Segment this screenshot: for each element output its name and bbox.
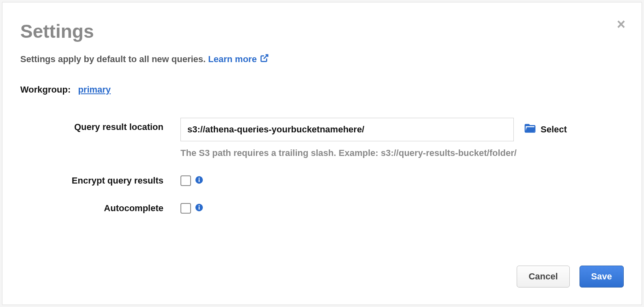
modal-footer: Cancel Save xyxy=(517,266,624,288)
svg-point-3 xyxy=(199,177,200,179)
modal-subtitle: Settings apply by default to all new que… xyxy=(20,54,624,65)
encrypt-checkbox[interactable] xyxy=(180,175,191,186)
query-result-location-label: Query result location xyxy=(20,118,180,132)
svg-rect-5 xyxy=(199,207,200,210)
close-button[interactable]: × xyxy=(617,17,625,32)
query-result-location-controls: Select The S3 path requires a trailing s… xyxy=(180,118,624,158)
svg-point-6 xyxy=(199,205,200,206)
workgroup-label: Workgroup: xyxy=(20,84,71,95)
workgroup-row: Workgroup: primary xyxy=(20,84,624,95)
query-result-location-input[interactable] xyxy=(180,118,514,141)
svg-line-0 xyxy=(264,55,268,59)
autocomplete-row: Autocomplete xyxy=(20,203,624,214)
autocomplete-checkbox[interactable] xyxy=(180,203,191,214)
modal-title: Settings xyxy=(20,20,624,42)
select-location-button[interactable]: Select xyxy=(524,122,567,137)
select-label: Select xyxy=(541,124,567,135)
settings-modal: × Settings Settings apply by default to … xyxy=(2,2,642,305)
query-result-location-row: Query result location Select The S3 path… xyxy=(20,118,624,158)
query-result-location-hint: The S3 path requires a trailing slash. E… xyxy=(180,148,624,158)
info-icon[interactable] xyxy=(195,176,203,186)
learn-more-label: Learn more xyxy=(208,54,257,65)
subtitle-text: Settings apply by default to all new que… xyxy=(20,54,208,64)
autocomplete-label: Autocomplete xyxy=(20,203,180,214)
encrypt-label: Encrypt query results xyxy=(20,175,180,186)
learn-more-link[interactable]: Learn more xyxy=(208,54,269,65)
cancel-button[interactable]: Cancel xyxy=(517,266,569,288)
external-link-icon xyxy=(260,54,269,65)
save-button[interactable]: Save xyxy=(580,266,624,288)
info-icon[interactable] xyxy=(195,203,203,213)
folder-open-icon xyxy=(524,122,537,137)
svg-rect-2 xyxy=(199,179,200,182)
workgroup-link[interactable]: primary xyxy=(78,84,111,95)
encrypt-row: Encrypt query results xyxy=(20,175,624,186)
